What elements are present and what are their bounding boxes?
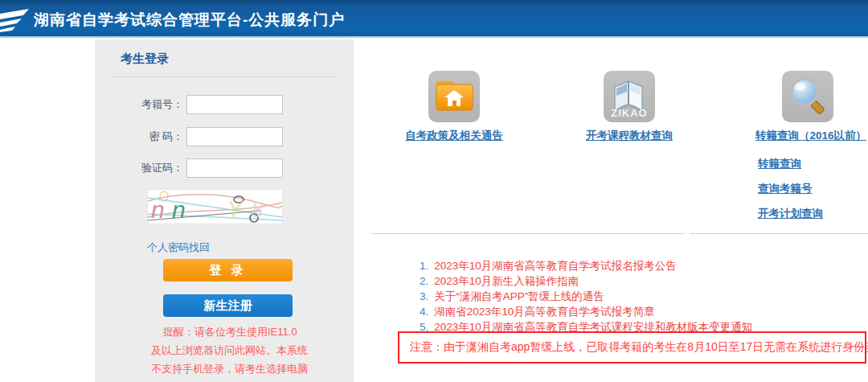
captcha-char-1: n (151, 196, 165, 223)
header-bar: 湖南省自学考试综合管理平台-公共服务门户 (0, 0, 868, 38)
page-title: 湖南省自学考试综合管理平台-公共服务门户 (34, 10, 345, 31)
announcement-link[interactable]: 2023年10月湖南省高等教育自学考试报名报考公告 (434, 260, 677, 272)
course-materials-tile[interactable]: ZIKAO (604, 71, 655, 122)
password-input[interactable] (186, 127, 283, 146)
captcha-input[interactable] (186, 158, 283, 178)
password-label: 密 码： (133, 129, 183, 144)
item-number: 3. (420, 290, 428, 302)
page: 湖南省自学考试综合管理平台-公共服务门户 考生登录 考籍号： 密 码： 验证码： (0, 0, 868, 382)
side-links: 转籍查询 查询考籍号 开考计划查询 (758, 157, 823, 232)
register-button[interactable]: 新生注册 (163, 294, 293, 317)
browser-hint: 提醒：请各位考生使用IE11.0 及以上浏览器访问此网站。本系统 不支持手机登录… (151, 322, 321, 382)
announcement-list: 1.2023年10月湖南省高等教育自学考试报名报考公告 2.2023年10月新生… (420, 258, 752, 335)
login-button[interactable]: 登 录 (163, 259, 293, 281)
site-logo-icon (0, 8, 31, 32)
important-notice-box: 注意：由于潇湘自考app暂缓上线，已取得考籍的考生在8月10日至17日无需在系统… (398, 331, 866, 364)
captcha-char-4: 8 (251, 197, 264, 222)
hint-line: 不支持手机登录，请考生选择电脑 (151, 359, 321, 378)
announcement-link[interactable]: 2023年10月新生入籍操作指南 (434, 275, 579, 287)
transfer-query-link[interactable]: 转籍查询 (758, 157, 823, 171)
exam-plan-query-link[interactable]: 开考计划查询 (758, 207, 823, 221)
login-panel-title: 考生登录 (121, 51, 169, 67)
announcement-link[interactable]: 关于“潇湘自考APP”暂缓上线的通告 (434, 290, 604, 302)
transfer-query-tile[interactable] (782, 71, 833, 122)
hint-line: 及以上浏览器访问此网站。本系统 (151, 341, 321, 359)
course-materials-link[interactable]: 开考课程教材查询 (571, 129, 687, 143)
magnifier-icon (782, 71, 833, 122)
divider (690, 233, 868, 234)
hint-line: 登录。 (151, 378, 321, 382)
captcha-row: 验证码： (133, 158, 326, 178)
item-number: 2. (420, 275, 428, 287)
exam-id-row: 考籍号： (133, 95, 326, 114)
list-item: 2.2023年10月新生入籍操作指南 (420, 273, 752, 289)
item-number: 1. (420, 260, 428, 272)
zikao-badge: ZIKAO (604, 107, 655, 119)
divider (371, 233, 685, 234)
exam-id-input[interactable] (186, 95, 283, 114)
policy-notices-tile[interactable] (428, 71, 480, 122)
captcha-char-3: Y (227, 195, 244, 222)
important-notice-text: 注意：由于潇湘自考app暂缓上线，已取得考籍的考生在8月10日至17日无需在系统… (410, 340, 868, 355)
folder-home-icon (428, 71, 480, 122)
exam-id-label: 考籍号： (133, 97, 183, 112)
policy-notices-link[interactable]: 自考政策及相关通告 (393, 129, 515, 143)
list-item: 3.关于“潇湘自考APP”暂缓上线的通告 (420, 289, 752, 304)
captcha-image[interactable]: n n Y 8 (147, 189, 283, 224)
captcha-label: 验证码： (133, 161, 183, 175)
hint-line: 提醒：请各位考生使用IE11.0 (151, 322, 321, 341)
item-number: 4. (420, 306, 428, 318)
forgot-password-link[interactable]: 个人密码找回 (147, 240, 210, 255)
login-panel: 考生登录 考籍号： 密 码： 验证码： n n (95, 39, 354, 382)
captcha-char-2: n (172, 196, 186, 223)
exam-id-query-link[interactable]: 查询考籍号 (758, 182, 823, 196)
list-item: 4.湖南省2023年10月高等教育自学考试报考简章 (420, 304, 752, 319)
list-item: 1.2023年10月湖南省高等教育自学考试报名报考公告 (420, 258, 752, 273)
password-row: 密 码： (133, 127, 326, 146)
announcement-link[interactable]: 湖南省2023年10月高等教育自学考试报考简章 (434, 306, 655, 318)
transfer-query-pre2016-link[interactable]: 转籍查询（2016以前） (755, 129, 868, 143)
panel-separator (109, 76, 339, 77)
